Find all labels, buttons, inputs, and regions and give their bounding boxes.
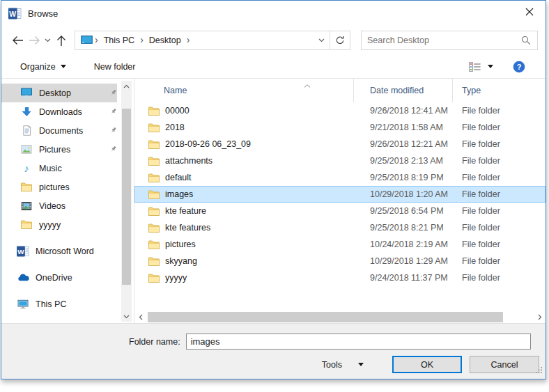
file-name-cell: 00000 (134, 106, 354, 116)
sidebar-item-label: OneDrive (36, 273, 72, 283)
new-folder-button[interactable]: New folder (94, 62, 136, 72)
sidebar-scrollbar[interactable] (121, 81, 132, 322)
file-name: attachments (165, 156, 212, 166)
sidebar-item-this-pc[interactable]: This PC (1, 295, 117, 313)
breadcrumb-this-pc[interactable]: This PC (99, 36, 139, 45)
breadcrumb-desktop[interactable]: Desktop (144, 36, 186, 45)
scroll-down-icon[interactable] (121, 311, 132, 322)
close-button[interactable] (513, 1, 546, 23)
pin-icon[interactable] (109, 146, 117, 153)
file-name: skyyang (165, 256, 197, 266)
sidebar-item-pictures[interactable]: Pictures (1, 140, 117, 159)
file-name-cell: yyyyy (134, 273, 354, 283)
address-bar[interactable]: › This PC › Desktop › (75, 31, 350, 50)
change-view-button[interactable] (469, 62, 493, 72)
file-row-attachments[interactable]: attachments9/25/2018 2:13 AMFile folder (134, 152, 546, 169)
cancel-button[interactable]: Cancel (470, 356, 539, 373)
back-button[interactable] (9, 31, 26, 49)
file-row-00000[interactable]: 000009/26/2018 12:41 AMFile folder (134, 102, 546, 119)
sidebar-item-documents[interactable]: Documents (1, 121, 117, 140)
up-arrow-icon (56, 35, 66, 47)
sidebar-item-pictures[interactable]: pictures (1, 178, 117, 196)
command-toolbar: Organize New folder (1, 55, 546, 79)
file-type: File folder (453, 106, 546, 116)
svg-text:?: ? (517, 63, 522, 71)
file-row-kte-features[interactable]: kte features9/25/2018 8:21 PMFile folder (134, 219, 546, 236)
sort-ascending-icon (304, 80, 311, 90)
file-row-images[interactable]: images10/29/2018 1:20 AMFile folder (134, 186, 546, 203)
sidebar-item-microsoft-word[interactable]: WMicrosoft Word (1, 242, 117, 260)
scroll-right-icon[interactable] (534, 311, 546, 323)
horizontal-scrollbar[interactable] (134, 311, 546, 323)
folder-name-label: Folder name: (129, 337, 180, 347)
file-name: 2018-09-26 06_23_09 (165, 139, 251, 149)
search-input[interactable] (362, 36, 521, 45)
file-date-modified: 10/29/2018 1:29 AM (354, 256, 453, 266)
pin-icon[interactable] (109, 127, 117, 134)
file-row-skyyang[interactable]: skyyang10/29/2018 1:29 AMFile folder (134, 253, 546, 269)
navigation-pane: DesktopDownloadsDocumentsPictures♪Musicp… (1, 79, 134, 323)
organize-button[interactable]: Organize (20, 62, 66, 72)
sidebar-item-desktop[interactable]: Desktop (1, 84, 117, 102)
file-name-cell: images (134, 189, 354, 199)
folder-icon (148, 173, 160, 182)
file-row-default[interactable]: default9/25/2018 8:19 PMFile folder (134, 169, 546, 186)
folder-name-input[interactable] (186, 334, 531, 350)
documents-icon (20, 125, 33, 136)
file-row-2018-09-26-06-23-09[interactable]: 2018-09-26 06_23_099/26/2018 12:21 AMFil… (134, 136, 546, 152)
file-name-cell: attachments (134, 156, 354, 166)
folder-icon (148, 224, 160, 233)
sidebar-list: DesktopDownloadsDocumentsPictures♪Musicp… (1, 84, 134, 313)
sidebar-item-label: This PC (36, 299, 66, 309)
column-header-type[interactable]: Type (453, 79, 546, 102)
file-row-yyyyy[interactable]: yyyyy9/24/2018 11:37 PMFile folder (134, 269, 546, 286)
browse-dialog: W Browse (1, 0, 546, 379)
file-type: File folder (453, 223, 546, 233)
address-dropdown-button[interactable] (313, 31, 330, 49)
file-name-cell: 2018 (134, 123, 354, 132)
pin-icon[interactable] (109, 89, 117, 97)
sidebar-item-onedrive[interactable]: OneDrive (1, 268, 117, 287)
forward-arrow-icon (29, 36, 40, 45)
pin-icon[interactable] (109, 108, 117, 116)
refresh-button[interactable] (330, 31, 350, 49)
column-header-date-modified[interactable]: Date modified (354, 79, 453, 102)
thispc-icon (17, 299, 29, 309)
column-header-name[interactable]: Name (134, 79, 354, 102)
folder-icon (148, 157, 160, 166)
forward-button[interactable] (26, 31, 42, 49)
sidebar-item-downloads[interactable]: Downloads (1, 102, 117, 121)
file-row-2018[interactable]: 20189/21/2018 1:58 AMFile folder (134, 119, 546, 136)
scroll-left-icon[interactable] (134, 311, 146, 323)
title-bar: W Browse (1, 1, 546, 26)
caret-down-icon (358, 363, 364, 366)
sidebar-item-yyyyy[interactable]: yyyyy (1, 215, 117, 234)
scroll-up-icon[interactable] (121, 81, 132, 91)
folder-icon (148, 140, 160, 149)
file-name: default (165, 173, 192, 182)
new-folder-label: New folder (94, 62, 136, 72)
file-date-modified: 9/21/2018 1:58 AM (354, 123, 453, 132)
breadcrumb-separator: › (139, 35, 144, 46)
organize-label: Organize (20, 62, 56, 72)
file-row-kte-feature[interactable]: kte feature9/25/2018 6:54 PMFile folder (134, 203, 546, 219)
folder-icon (148, 274, 160, 283)
up-button[interactable] (53, 31, 70, 49)
videos-icon (20, 202, 33, 210)
word-icon: W (17, 246, 29, 257)
file-name: 00000 (165, 106, 190, 116)
help-button[interactable]: ? (513, 61, 525, 73)
tools-button[interactable]: Tools (322, 360, 364, 370)
pictures-icon (20, 145, 33, 154)
horizontal-scrollbar-thumb[interactable] (148, 312, 503, 322)
sidebar-scrollbar-thumb[interactable] (122, 109, 131, 285)
file-name: kte feature (165, 206, 206, 216)
file-name: images (165, 189, 193, 199)
ok-button[interactable]: OK (392, 356, 462, 373)
sidebar-item-music[interactable]: ♪Music (1, 159, 117, 178)
file-row-pictures[interactable]: pictures10/24/2018 2:19 AMFile folder (134, 236, 546, 253)
horizontal-scrollbar-track[interactable] (146, 311, 534, 323)
recent-locations-button[interactable] (42, 31, 53, 49)
resize-grip-icon[interactable] (536, 363, 543, 376)
sidebar-item-videos[interactable]: Videos (1, 196, 117, 215)
